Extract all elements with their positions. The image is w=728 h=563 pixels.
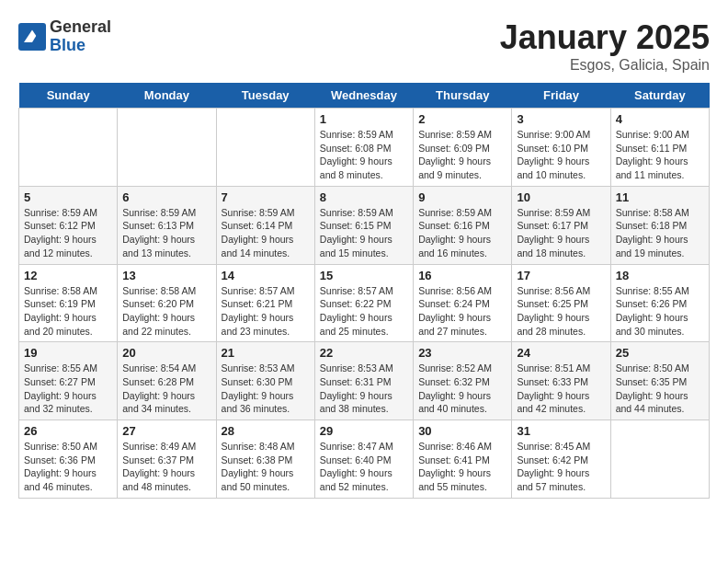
calendar-cell: 16Sunrise: 8:56 AM Sunset: 6:24 PM Dayli… (414, 264, 512, 342)
calendar-cell: 30Sunrise: 8:46 AM Sunset: 6:41 PM Dayli… (414, 420, 512, 499)
logo-icon (18, 23, 46, 51)
day-info: Sunrise: 8:45 AM Sunset: 6:42 PM Dayligh… (517, 440, 605, 494)
day-info: Sunrise: 8:57 AM Sunset: 6:22 PM Dayligh… (320, 284, 408, 339)
day-number: 10 (517, 190, 605, 204)
day-number: 5 (24, 190, 112, 204)
day-number: 23 (418, 346, 506, 360)
calendar-cell: 21Sunrise: 8:53 AM Sunset: 6:30 PM Dayli… (216, 342, 314, 420)
day-info: Sunrise: 8:58 AM Sunset: 6:20 PM Dayligh… (122, 284, 210, 339)
calendar-body: 1Sunrise: 8:59 AM Sunset: 6:08 PM Daylig… (19, 109, 710, 499)
day-info: Sunrise: 8:55 AM Sunset: 6:27 PM Dayligh… (24, 362, 112, 416)
location-title: Esgos, Galicia, Spain (500, 57, 710, 74)
day-number: 2 (418, 112, 506, 126)
calendar-cell: 26Sunrise: 8:50 AM Sunset: 6:36 PM Dayli… (19, 420, 118, 499)
calendar-cell: 12Sunrise: 8:58 AM Sunset: 6:19 PM Dayli… (19, 264, 118, 342)
day-info: Sunrise: 8:54 AM Sunset: 6:28 PM Dayligh… (122, 362, 210, 416)
calendar-cell: 28Sunrise: 8:48 AM Sunset: 6:38 PM Dayli… (216, 420, 314, 499)
weekday-header-row: SundayMondayTuesdayWednesdayThursdayFrid… (19, 83, 710, 109)
day-info: Sunrise: 8:57 AM Sunset: 6:21 PM Dayligh… (222, 284, 310, 339)
day-number: 14 (222, 269, 310, 282)
calendar-cell: 22Sunrise: 8:53 AM Sunset: 6:31 PM Dayli… (314, 342, 413, 420)
logo-blue: Blue (50, 37, 111, 55)
day-number: 28 (222, 424, 310, 438)
day-number: 25 (616, 346, 704, 360)
month-title: January 2025 (500, 18, 710, 57)
title-block: January 2025 Esgos, Galicia, Spain (500, 18, 710, 74)
day-number: 1 (320, 112, 408, 126)
day-info: Sunrise: 8:46 AM Sunset: 6:41 PM Dayligh… (418, 440, 506, 494)
calendar-cell: 14Sunrise: 8:57 AM Sunset: 6:21 PM Dayli… (216, 264, 314, 342)
calendar-cell: 13Sunrise: 8:58 AM Sunset: 6:20 PM Dayli… (118, 264, 216, 342)
calendar-cell: 20Sunrise: 8:54 AM Sunset: 6:28 PM Dayli… (118, 342, 216, 420)
day-info: Sunrise: 8:50 AM Sunset: 6:36 PM Dayligh… (24, 440, 112, 494)
calendar-cell: 10Sunrise: 8:59 AM Sunset: 6:17 PM Dayli… (512, 186, 610, 264)
calendar-cell: 29Sunrise: 8:47 AM Sunset: 6:40 PM Dayli… (314, 420, 413, 499)
day-number: 29 (320, 424, 408, 438)
calendar-cell: 11Sunrise: 8:58 AM Sunset: 6:18 PM Dayli… (610, 186, 709, 264)
day-number: 27 (122, 424, 210, 438)
day-number: 16 (418, 269, 506, 282)
day-info: Sunrise: 8:53 AM Sunset: 6:31 PM Dayligh… (320, 362, 408, 416)
day-number: 31 (517, 424, 605, 438)
calendar-table: SundayMondayTuesdayWednesdayThursdayFrid… (18, 83, 710, 499)
calendar-cell: 1Sunrise: 8:59 AM Sunset: 6:08 PM Daylig… (314, 109, 413, 187)
day-number: 19 (24, 346, 112, 360)
calendar-cell (118, 109, 216, 187)
calendar-cell: 6Sunrise: 8:59 AM Sunset: 6:13 PM Daylig… (118, 186, 216, 264)
calendar-cell: 3Sunrise: 9:00 AM Sunset: 6:10 PM Daylig… (512, 109, 610, 187)
day-info: Sunrise: 8:55 AM Sunset: 6:26 PM Dayligh… (616, 284, 704, 339)
logo-general: General (50, 18, 111, 37)
day-info: Sunrise: 8:56 AM Sunset: 6:24 PM Dayligh… (418, 284, 506, 339)
day-info: Sunrise: 9:00 AM Sunset: 6:10 PM Dayligh… (517, 128, 605, 182)
weekday-header-monday: Monday (118, 83, 216, 109)
day-number: 22 (320, 346, 408, 360)
day-info: Sunrise: 8:53 AM Sunset: 6:30 PM Dayligh… (222, 362, 310, 416)
day-info: Sunrise: 8:56 AM Sunset: 6:25 PM Dayligh… (517, 284, 605, 339)
day-info: Sunrise: 8:59 AM Sunset: 6:08 PM Dayligh… (320, 128, 408, 182)
calendar-cell: 23Sunrise: 8:52 AM Sunset: 6:32 PM Dayli… (414, 342, 512, 420)
day-number: 7 (222, 190, 310, 204)
day-number: 12 (24, 269, 112, 282)
calendar-cell (610, 420, 709, 499)
calendar-week-row: 12Sunrise: 8:58 AM Sunset: 6:19 PM Dayli… (19, 264, 710, 342)
day-info: Sunrise: 8:47 AM Sunset: 6:40 PM Dayligh… (320, 440, 408, 494)
weekday-header-sunday: Sunday (19, 83, 118, 109)
weekday-header-tuesday: Tuesday (216, 83, 314, 109)
calendar-cell (19, 109, 118, 187)
calendar-week-row: 1Sunrise: 8:59 AM Sunset: 6:08 PM Daylig… (19, 109, 710, 187)
day-number: 11 (616, 190, 704, 204)
day-number: 20 (122, 346, 210, 360)
day-number: 30 (418, 424, 506, 438)
calendar-cell: 5Sunrise: 8:59 AM Sunset: 6:12 PM Daylig… (19, 186, 118, 264)
day-info: Sunrise: 8:59 AM Sunset: 6:12 PM Dayligh… (24, 206, 112, 260)
day-info: Sunrise: 8:48 AM Sunset: 6:38 PM Dayligh… (222, 440, 310, 494)
calendar-cell: 15Sunrise: 8:57 AM Sunset: 6:22 PM Dayli… (314, 264, 413, 342)
day-info: Sunrise: 8:52 AM Sunset: 6:32 PM Dayligh… (418, 362, 506, 416)
day-number: 4 (616, 112, 704, 126)
day-info: Sunrise: 8:50 AM Sunset: 6:35 PM Dayligh… (616, 362, 704, 416)
calendar-week-row: 26Sunrise: 8:50 AM Sunset: 6:36 PM Dayli… (19, 420, 710, 499)
calendar-cell: 19Sunrise: 8:55 AM Sunset: 6:27 PM Dayli… (19, 342, 118, 420)
weekday-header-wednesday: Wednesday (314, 83, 413, 109)
day-info: Sunrise: 8:58 AM Sunset: 6:18 PM Dayligh… (616, 206, 704, 260)
day-number: 24 (517, 346, 605, 360)
day-number: 26 (24, 424, 112, 438)
day-number: 8 (320, 190, 408, 204)
weekday-header-friday: Friday (512, 83, 610, 109)
day-number: 17 (517, 269, 605, 282)
logo-text: General Blue (50, 18, 111, 55)
day-info: Sunrise: 8:51 AM Sunset: 6:33 PM Dayligh… (517, 362, 605, 416)
calendar-cell: 2Sunrise: 8:59 AM Sunset: 6:09 PM Daylig… (414, 109, 512, 187)
logo: General Blue (18, 18, 111, 55)
calendar-cell: 27Sunrise: 8:49 AM Sunset: 6:37 PM Dayli… (118, 420, 216, 499)
day-number: 3 (517, 112, 605, 126)
day-info: Sunrise: 8:59 AM Sunset: 6:13 PM Dayligh… (122, 206, 210, 260)
calendar-cell: 4Sunrise: 9:00 AM Sunset: 6:11 PM Daylig… (610, 109, 709, 187)
calendar-cell: 8Sunrise: 8:59 AM Sunset: 6:15 PM Daylig… (314, 186, 413, 264)
day-number: 13 (122, 269, 210, 282)
day-info: Sunrise: 8:58 AM Sunset: 6:19 PM Dayligh… (24, 284, 112, 339)
weekday-header-thursday: Thursday (414, 83, 512, 109)
calendar-cell: 31Sunrise: 8:45 AM Sunset: 6:42 PM Dayli… (512, 420, 610, 499)
calendar-cell: 7Sunrise: 8:59 AM Sunset: 6:14 PM Daylig… (216, 186, 314, 264)
day-info: Sunrise: 8:59 AM Sunset: 6:09 PM Dayligh… (418, 128, 506, 182)
